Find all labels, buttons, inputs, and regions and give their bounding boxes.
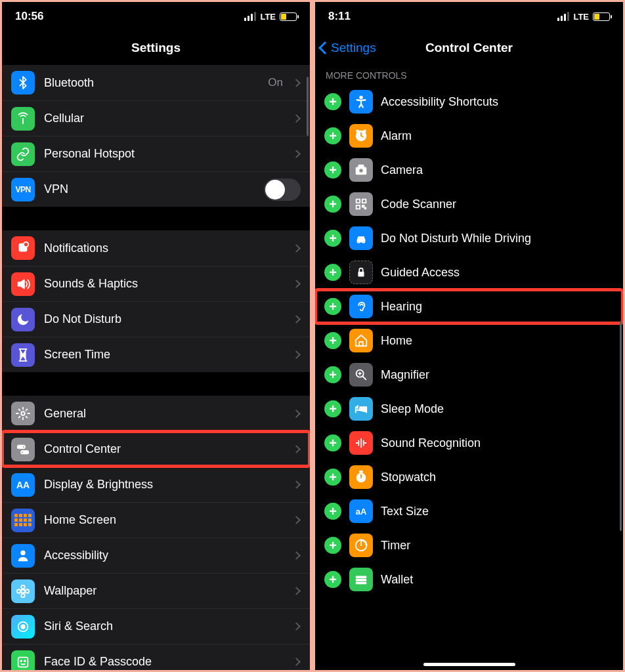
svg-rect-26 xyxy=(362,200,366,203)
settings-row-screentime[interactable]: Screen Time xyxy=(2,337,310,372)
row-label: Timer xyxy=(381,539,410,553)
settings-row-notifications[interactable]: Notifications xyxy=(2,230,310,266)
controlcenter-icon xyxy=(11,438,35,461)
battery-icon xyxy=(593,12,610,21)
add-button[interactable]: + xyxy=(324,434,341,452)
add-button[interactable]: + xyxy=(324,196,341,213)
control-row-sleep[interactable]: +Sleep Mode xyxy=(315,392,623,426)
control-row-camera[interactable]: +Camera xyxy=(315,153,623,187)
scrollbar[interactable] xyxy=(620,321,622,531)
settings-row-siri[interactable]: Siri & Search xyxy=(2,608,310,644)
vpn-toggle[interactable] xyxy=(264,178,301,201)
add-button[interactable]: + xyxy=(324,537,341,554)
svg-point-20 xyxy=(356,130,358,132)
settings-row-faceid[interactable]: Face ID & Passcode xyxy=(2,644,310,670)
chevron-right-icon xyxy=(292,622,301,631)
nav-bar: Settings xyxy=(2,31,310,65)
vpn-icon: VPN xyxy=(11,178,35,201)
cellular-icon xyxy=(11,107,35,131)
accessibility-icon xyxy=(11,544,35,568)
control-row-sound-rec[interactable]: +Sound Recognition xyxy=(315,426,623,460)
add-button[interactable]: + xyxy=(324,230,341,247)
add-button[interactable]: + xyxy=(324,127,341,144)
row-label: Screen Time xyxy=(44,348,284,362)
magnifier-icon xyxy=(349,363,373,387)
settings-row-general[interactable]: General xyxy=(2,396,310,431)
control-row-wallet[interactable]: +Wallet xyxy=(315,562,623,597)
svg-rect-27 xyxy=(356,205,360,209)
siri-icon xyxy=(11,615,35,639)
settings-screen: 10:56 LTE Settings BluetoothOnCellularPe… xyxy=(2,2,310,670)
add-button[interactable]: + xyxy=(324,332,341,349)
row-label: Guided Access xyxy=(381,266,460,280)
control-row-home[interactable]: +Home xyxy=(315,324,623,358)
control-row-textsize[interactable]: +aAText Size xyxy=(315,494,623,528)
more-controls-list[interactable]: MORE CONTROLS+Accessibility Shortcuts+Al… xyxy=(315,65,623,670)
row-label: Magnifier xyxy=(381,368,429,382)
svg-point-21 xyxy=(364,130,366,132)
add-button[interactable]: + xyxy=(324,469,341,486)
chevron-right-icon xyxy=(292,244,301,253)
row-label: Sleep Mode xyxy=(381,402,444,416)
add-button[interactable]: + xyxy=(324,503,341,520)
back-button[interactable]: Settings xyxy=(320,31,376,65)
control-row-guided[interactable]: +Guided Access xyxy=(315,255,623,289)
add-button[interactable]: + xyxy=(324,571,341,588)
settings-row-bluetooth[interactable]: BluetoothOn xyxy=(2,65,310,100)
add-button[interactable]: + xyxy=(324,264,341,281)
control-row-dnd-driving[interactable]: +Do Not Disturb While Driving xyxy=(315,221,623,255)
svg-point-11 xyxy=(17,589,21,593)
notifications-icon xyxy=(11,236,35,260)
control-row-acc-shortcuts[interactable]: +Accessibility Shortcuts xyxy=(315,85,623,119)
svg-rect-15 xyxy=(18,657,28,667)
svg-rect-24 xyxy=(358,165,363,168)
settings-row-controlcenter[interactable]: Control Center xyxy=(2,431,310,467)
settings-row-vpn[interactable]: VPNVPN xyxy=(2,171,310,207)
settings-list[interactable]: BluetoothOnCellularPersonal HotspotVPNVP… xyxy=(2,65,310,670)
scrollbar[interactable] xyxy=(307,77,309,136)
chevron-left-icon xyxy=(318,41,332,54)
control-row-timer[interactable]: +Timer xyxy=(315,528,623,562)
svg-rect-35 xyxy=(360,471,362,472)
svg-point-18 xyxy=(360,96,362,99)
chevron-right-icon xyxy=(292,410,301,418)
settings-row-homescreen[interactable]: Home Screen xyxy=(2,502,310,537)
acc-shortcuts-icon xyxy=(349,90,373,114)
settings-row-sounds[interactable]: Sounds & Haptics xyxy=(2,266,310,301)
control-row-stopwatch[interactable]: +Stopwatch xyxy=(315,460,623,494)
sounds-icon xyxy=(11,272,35,296)
row-label: General xyxy=(44,407,284,421)
control-row-code-scanner[interactable]: +Code Scanner xyxy=(315,187,623,221)
settings-row-accessibility[interactable]: Accessibility xyxy=(2,537,310,573)
settings-row-cellular[interactable]: Cellular xyxy=(2,100,310,136)
add-button[interactable]: + xyxy=(324,161,341,178)
add-button[interactable]: + xyxy=(324,400,341,417)
settings-row-dnd[interactable]: Do Not Disturb xyxy=(2,301,310,337)
row-label: Stopwatch xyxy=(381,471,436,484)
control-row-hearing[interactable]: +Hearing xyxy=(315,289,623,324)
add-button[interactable]: + xyxy=(324,298,341,315)
home-indicator[interactable] xyxy=(423,663,515,666)
settings-row-display[interactable]: AADisplay & Brightness xyxy=(2,467,310,502)
settings-row-hotspot[interactable]: Personal Hotspot xyxy=(2,136,310,171)
signal-icon xyxy=(557,12,569,21)
svg-rect-29 xyxy=(365,208,366,209)
row-label: Do Not Disturb xyxy=(44,312,284,326)
add-button[interactable]: + xyxy=(324,93,341,110)
network-label: LTE xyxy=(260,12,276,22)
sleep-icon xyxy=(349,397,373,421)
hearing-icon xyxy=(349,295,373,318)
settings-row-wallpaper[interactable]: Wallpaper xyxy=(2,573,310,608)
status-icons: LTE xyxy=(244,12,297,22)
dnd-icon xyxy=(11,308,35,331)
control-row-alarm[interactable]: +Alarm xyxy=(315,119,623,153)
svg-point-12 xyxy=(26,589,29,593)
chevron-right-icon xyxy=(292,150,301,158)
chevron-right-icon xyxy=(292,315,301,324)
control-row-magnifier[interactable]: +Magnifier xyxy=(315,358,623,392)
svg-point-1 xyxy=(24,242,28,247)
add-button[interactable]: + xyxy=(324,366,341,383)
row-label: Personal Hotspot xyxy=(44,147,284,161)
chevron-right-icon xyxy=(292,658,301,666)
row-label: Wallpaper xyxy=(44,584,284,598)
